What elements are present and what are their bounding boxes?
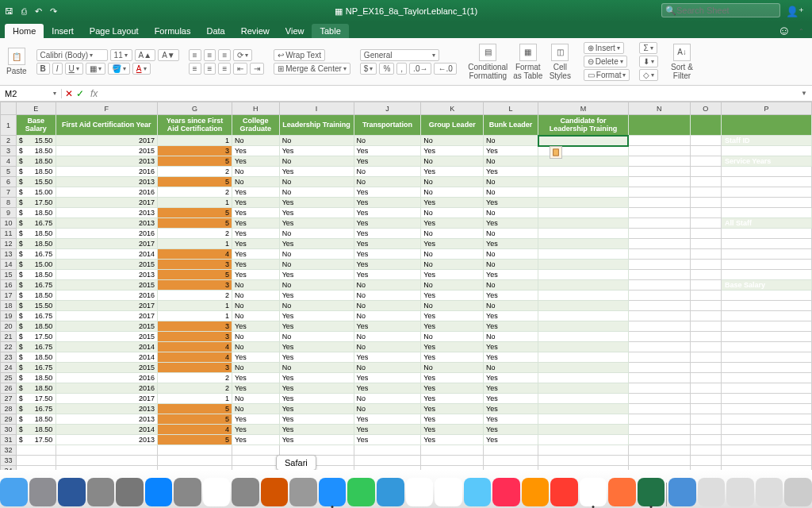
cell[interactable]: No [484, 208, 538, 218]
cell[interactable]: No [421, 229, 484, 239]
cell[interactable] [690, 332, 721, 342]
cell[interactable]: Yes [354, 260, 421, 270]
cell[interactable]: Yes [279, 435, 354, 445]
cell[interactable]: $ 16.75 [16, 363, 56, 373]
cell[interactable]: No [354, 301, 421, 311]
cell[interactable] [690, 404, 721, 414]
cell[interactable]: Yes [279, 167, 354, 177]
header-cell[interactable]: College Graduate [232, 115, 280, 136]
cell[interactable]: Yes [421, 321, 484, 332]
cell-m22[interactable] [538, 342, 628, 352]
cell[interactable]: 1 [157, 136, 232, 146]
col-header-K[interactable]: K [421, 102, 484, 115]
insert-cells-button[interactable]: ⊕ Insert▾ [584, 42, 624, 54]
cell[interactable] [628, 404, 690, 414]
cell[interactable] [690, 342, 721, 352]
header-cell[interactable] [628, 115, 690, 136]
cell[interactable] [628, 260, 690, 270]
cell[interactable]: Yes [232, 435, 280, 445]
cell[interactable] [690, 239, 721, 249]
cell[interactable]: Yes [279, 291, 354, 301]
cell[interactable] [690, 394, 721, 404]
row-header-22[interactable]: 22 [1, 342, 17, 352]
cell[interactable]: 2014 [56, 352, 157, 363]
row-header-2[interactable]: 2 [1, 136, 17, 146]
cell[interactable]: Yes [484, 311, 538, 321]
side-label[interactable]: Staff ID [721, 136, 811, 146]
cell[interactable]: 3 [157, 332, 232, 342]
cell[interactable]: 5 [157, 414, 232, 425]
dock-app3-icon[interactable] [174, 478, 201, 506]
cell[interactable]: $ 18.50 [16, 270, 56, 280]
cell[interactable]: Yes [484, 352, 538, 363]
cell[interactable] [628, 156, 690, 167]
cell[interactable]: Yes [484, 198, 538, 208]
fx-icon[interactable]: fx [87, 88, 101, 99]
cell[interactable]: 2013 [56, 270, 157, 280]
cell[interactable]: $ 18.50 [16, 425, 56, 435]
cell[interactable] [690, 177, 721, 187]
border-button[interactable]: ▦▾ [86, 63, 105, 75]
cell[interactable]: $ 15.00 [16, 187, 56, 198]
cell[interactable] [721, 342, 811, 352]
worksheet-grid[interactable]: EFGHIJKLMNOP1Base SalaryFirst Aid Certif… [0, 102, 812, 470]
share-icon[interactable]: 👤⁺ [786, 6, 804, 17]
dock-app4-icon[interactable] [232, 478, 259, 506]
cell[interactable]: Yes [484, 414, 538, 425]
cell[interactable] [628, 198, 690, 208]
dock-finder-icon[interactable] [0, 478, 28, 506]
save-icon[interactable]: 🖫 [5, 6, 13, 16]
cell[interactable]: Yes [354, 435, 421, 445]
cell[interactable]: Yes [354, 414, 421, 425]
cell[interactable]: $ 17.50 [16, 332, 56, 342]
cell[interactable]: No [484, 260, 538, 270]
row-header-3[interactable]: 3 [1, 146, 17, 156]
cell[interactable]: Yes [279, 198, 354, 208]
cell[interactable]: Yes [232, 146, 280, 156]
cell[interactable] [721, 352, 811, 363]
cell[interactable]: 3 [157, 363, 232, 373]
ribbon-tab-home[interactable]: Home [5, 24, 44, 38]
cell[interactable]: Yes [232, 383, 280, 394]
cell[interactable]: Yes [421, 425, 484, 435]
cell[interactable] [56, 445, 157, 456]
cell[interactable] [690, 146, 721, 156]
cell[interactable] [721, 321, 811, 332]
dock-store-icon[interactable] [145, 478, 173, 506]
cell-m30[interactable] [538, 425, 628, 435]
cell[interactable]: Yes [232, 156, 280, 167]
cell[interactable]: 2013 [56, 208, 157, 218]
cell[interactable]: No [354, 136, 421, 146]
search-box[interactable]: 🔍 [661, 3, 780, 17]
col-header-E[interactable]: E [16, 102, 56, 115]
row-header-9[interactable]: 9 [1, 208, 17, 218]
cell[interactable]: 2 [157, 291, 232, 301]
cell-m19[interactable] [538, 311, 628, 321]
dock-launchpad-icon[interactable] [289, 478, 317, 506]
cell[interactable] [232, 456, 280, 466]
cell[interactable]: 4 [157, 425, 232, 435]
row-header-20[interactable]: 20 [1, 321, 17, 332]
cell[interactable]: Yes [484, 291, 538, 301]
cell[interactable]: Yes [279, 394, 354, 404]
cell[interactable]: Yes [484, 342, 538, 352]
ribbon-tab-data[interactable]: Data [198, 24, 232, 38]
cell[interactable]: Yes [232, 218, 280, 229]
cell-m17[interactable] [538, 291, 628, 301]
dock-globe-icon[interactable] [668, 478, 696, 506]
cell[interactable]: $ 18.50 [16, 414, 56, 425]
fill-button[interactable]: ⬇▾ [639, 56, 658, 67]
cell[interactable]: No [279, 229, 354, 239]
cell[interactable]: Yes [354, 270, 421, 280]
decrease-font-button[interactable]: A▼ [158, 49, 179, 61]
row-header-8[interactable]: 8 [1, 198, 17, 208]
delete-cells-button[interactable]: ⊖ Delete▾ [584, 56, 627, 67]
header-cell[interactable]: Base Salary [16, 115, 56, 136]
cell[interactable]: No [421, 249, 484, 260]
cell[interactable]: No [354, 167, 421, 177]
font-color-button[interactable]: A▾ [132, 63, 151, 75]
cell[interactable]: Yes [421, 270, 484, 280]
cell[interactable]: Yes [484, 167, 538, 177]
cell[interactable]: 2 [157, 167, 232, 177]
ribbon-tab-table[interactable]: Table [312, 24, 348, 38]
